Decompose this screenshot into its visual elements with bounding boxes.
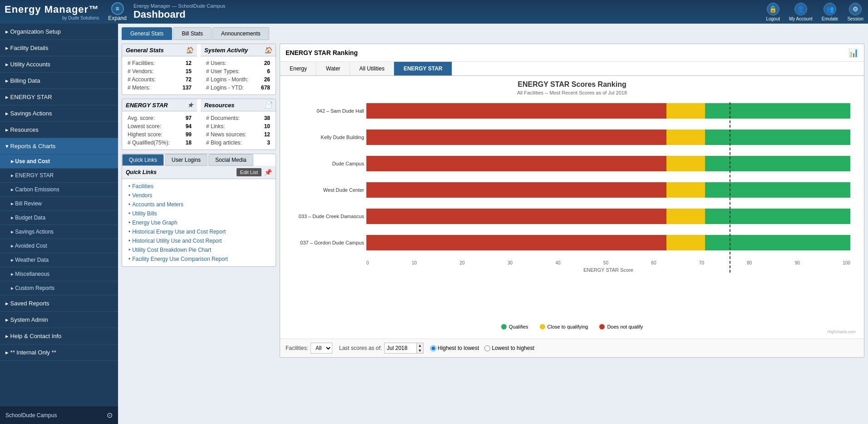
chart-legend: Qualifies Close to qualifying Does not q… <box>285 324 859 329</box>
radio-lowest-to-highest[interactable]: Lowest to highest <box>484 345 534 351</box>
radio-highest-to-lowest[interactable]: Highest to lowest <box>430 345 479 351</box>
link-utility-pie[interactable]: Utility Cost Breakdown Pie Chart <box>132 247 211 253</box>
sidebar-sub-carbon-emissions[interactable]: ▸ Carbon Emissions <box>0 183 118 197</box>
stat-highest-score: Highest score: 99 <box>126 130 193 139</box>
link-historical-energy[interactable]: Historical Energy Use and Cost Report <box>132 229 226 235</box>
sidebar-sub-savings-actions[interactable]: ▸ Savings Actions <box>0 225 118 239</box>
logout-icon: 🔒 <box>767 3 779 15</box>
sidebar-footer-icon: ⊙ <box>107 411 113 419</box>
sidebar-sub-budget-data[interactable]: ▸ Budget Data <box>0 211 118 225</box>
bar-yellow-segment <box>666 156 705 171</box>
energy-resources-row: ENERGY STAR ★ Avg. score: 97 Lowest scor… <box>122 99 276 150</box>
chart-tab-water[interactable]: Water <box>316 62 350 75</box>
date-input[interactable] <box>385 344 416 353</box>
stats-row: General Stats 🏠 # Facilities: 12 # Vendo… <box>122 44 276 95</box>
ql-tab-quick-links[interactable]: Quick Links <box>122 154 164 166</box>
ql-tab-user-logins[interactable]: User Logins <box>165 154 207 166</box>
bar-label: 033 – Dude Creek Damascus <box>285 214 364 219</box>
system-activity-header: System Activity 🏠 <box>201 44 276 56</box>
sidebar-item-help-contact[interactable]: ▸ Help & Contact Info <box>0 328 118 344</box>
quick-links-tabs: Quick Links User Logins Social Media <box>122 154 276 166</box>
bar-label: West Dude Center <box>285 187 364 193</box>
link-facilities[interactable]: Facilities <box>132 183 153 190</box>
expand-button[interactable]: ≡ Expand <box>108 2 127 21</box>
last-scores-label: Last scores as of: <box>339 345 382 351</box>
sidebar-sub-weather-data[interactable]: ▸ Weather Data <box>0 253 118 267</box>
expand-label: Expand <box>108 15 127 21</box>
sidebar-item-reports-charts[interactable]: ▾ Reports & Charts <box>0 138 118 155</box>
radio-lowest-input[interactable] <box>484 345 490 351</box>
left-panel: General Stats 🏠 # Facilities: 12 # Vendo… <box>122 44 276 358</box>
sidebar-item-billing-data[interactable]: ▸ Billing Data <box>0 73 118 89</box>
chart-tab-all-utilities[interactable]: All Utilities <box>350 62 394 75</box>
chart-tab-energy[interactable]: Energy <box>280 62 316 75</box>
sidebar-item-saved-reports[interactable]: ▸ Saved Reports <box>0 295 118 312</box>
spin-up[interactable]: ▲ <box>417 343 423 348</box>
sidebar-label: ▸ System Admin <box>5 316 48 323</box>
pin-icon[interactable]: 📌 <box>264 169 272 176</box>
sidebar-item-internal-only[interactable]: ▸ ** Internal Only ** <box>0 344 118 361</box>
link-facility-comparison[interactable]: Facility Energy Use Comparison Report <box>132 256 228 262</box>
main-tabs: General Stats Bill Stats Announcements <box>122 27 864 40</box>
link-accounts-meters[interactable]: Accounts and Meters <box>132 201 183 208</box>
energy-star-stats-title: ENERGY STAR <box>126 102 168 109</box>
spin-down[interactable]: ▼ <box>417 348 423 353</box>
link-utility-bills[interactable]: Utility Bills <box>132 210 157 217</box>
bar-red-segment <box>366 235 666 250</box>
stat-blog-articles: # Blog articles: 3 <box>204 139 272 147</box>
home-icon: 🏠 <box>186 46 193 54</box>
bar-green-segment <box>705 130 850 145</box>
sidebar-label: ▸ Utility Accounts <box>5 61 50 68</box>
x-axis-label: 20 <box>459 260 464 265</box>
sidebar-sub-custom-reports[interactable]: ▸ Custom Reports <box>0 281 118 295</box>
sidebar-sub-label: ▸ Budget Data <box>11 214 45 221</box>
link-vendors[interactable]: Vendors <box>132 192 152 199</box>
chart-title: ENERGY STAR Ranking <box>286 49 358 56</box>
sidebar-item-facility-details[interactable]: ▸ Facility Details <box>0 40 118 56</box>
facilities-control: Facilities: All <box>286 343 332 354</box>
chart-header: ENERGY STAR Ranking 📊 <box>280 44 864 62</box>
edit-list-button[interactable]: Edit List <box>237 168 261 176</box>
sidebar-label: ▸ Facility Details <box>5 45 48 51</box>
ql-tab-social-media[interactable]: Social Media <box>208 154 253 166</box>
facilities-select[interactable]: All <box>311 343 332 354</box>
quick-links-title: Quick Links <box>126 169 157 175</box>
x-axis-title: ENERGY STAR Score <box>366 267 850 273</box>
quick-links-controls: Edit List 📌 <box>237 168 272 176</box>
link-energy-use-graph[interactable]: Energy Use Graph <box>132 219 177 226</box>
legend-close: Close to qualifying <box>540 324 588 329</box>
sidebar-item-savings-actions[interactable]: ▸ Savings Actions <box>0 105 118 122</box>
sidebar-sub-avoided-cost[interactable]: ▸ Avoided Cost <box>0 239 118 253</box>
sidebar-sub-miscellaneous[interactable]: ▸ Miscellaneous <box>0 267 118 281</box>
tab-bill-stats[interactable]: Bill Stats <box>173 27 212 40</box>
resources-title: Resources <box>204 102 234 109</box>
logout-action[interactable]: 🔒 Logout <box>766 3 780 21</box>
sidebar-footer-label: SchoolDude Campus <box>5 412 57 419</box>
session-label: Session <box>847 16 863 21</box>
bar-red-segment <box>366 209 666 224</box>
sidebar-sub-energy-star[interactable]: ▸ ENERGY STAR <box>0 169 118 183</box>
tab-announcements[interactable]: Announcements <box>212 27 269 40</box>
sidebar-item-resources[interactable]: ▸ Resources <box>0 122 118 138</box>
sidebar-item-energy-star[interactable]: ▸ ENERGY STAR <box>0 89 118 105</box>
tab-general-stats[interactable]: General Stats <box>122 27 172 40</box>
stat-users: # Users: 20 <box>204 59 272 67</box>
my-account-action[interactable]: 👤 My Account <box>789 3 813 21</box>
system-activity-col: System Activity 🏠 # Users: 20 # User Typ… <box>201 44 276 95</box>
quick-link-historical-energy: Historical Energy Use and Cost Report <box>126 227 272 236</box>
legend-dot-qualifies <box>501 324 507 329</box>
x-axis-label: 80 <box>747 260 752 265</box>
sidebar-item-system-admin[interactable]: ▸ System Admin <box>0 312 118 328</box>
sidebar-sub-bill-review[interactable]: ▸ Bill Review <box>0 197 118 211</box>
session-action[interactable]: ⚙ Session <box>847 3 863 21</box>
resources-body: # Documents: 38 # Links: 10 # News sourc… <box>201 111 276 150</box>
sidebar-item-organization-setup[interactable]: ▸ Organization Setup <box>0 24 118 40</box>
chart-tab-energy-star[interactable]: ENERGY STAR <box>394 62 452 75</box>
logout-label: Logout <box>766 16 780 21</box>
radio-highest-input[interactable] <box>430 345 436 351</box>
layout: ▸ Organization Setup ▸ Facility Details … <box>0 24 868 424</box>
link-historical-utility[interactable]: Historical Utility Use and Cost Report <box>132 238 222 244</box>
emulate-action[interactable]: 👥 Emulate <box>822 3 838 21</box>
sidebar-item-utility-accounts[interactable]: ▸ Utility Accounts <box>0 56 118 73</box>
sidebar-sub-use-and-cost[interactable]: ▸ Use and Cost <box>0 155 118 169</box>
